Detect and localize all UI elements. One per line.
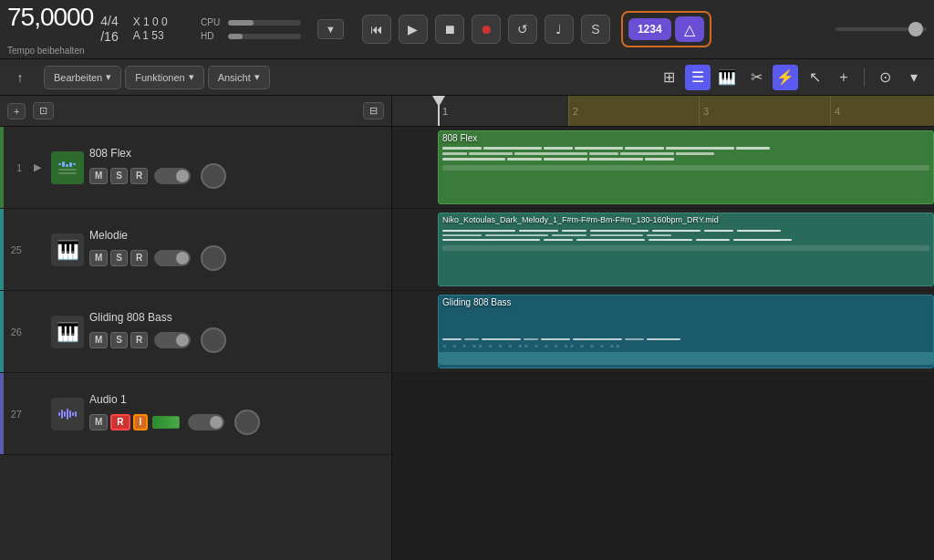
track-options-button[interactable]: ⊟ [363, 102, 384, 119]
record-button[interactable]: ⏺ [472, 15, 501, 44]
playhead-triangle [432, 96, 445, 107]
clip-bottom-bar [442, 165, 929, 171]
list-view-button[interactable]: ☰ [685, 65, 711, 90]
toolbar-separator [864, 68, 865, 87]
clip-label: Niko_Kotoulas_Dark_Melody_1_F#m-F#m-Bm-F… [439, 213, 933, 226]
hd-label: HD [201, 31, 223, 41]
svg-rect-7 [58, 412, 60, 416]
metronome-button[interactable]: ♩ [545, 15, 574, 44]
arrange-clip[interactable]: 808 Flex [438, 130, 934, 204]
track-number: 1 [0, 162, 29, 173]
view-menu-button[interactable]: Ansicht ▾ [208, 66, 270, 89]
track-expand-button[interactable]: ▶ [29, 161, 46, 173]
volume-knob[interactable] [201, 163, 226, 189]
hd-fill [228, 34, 243, 39]
track-toggle[interactable] [188, 414, 224, 430]
volume-knob[interactable] [908, 22, 923, 36]
track-toggle[interactable] [154, 250, 191, 266]
track-name: Gliding 808 Bass [89, 311, 391, 324]
record-arm-button[interactable]: R [130, 168, 148, 184]
mute-button[interactable]: M [89, 250, 108, 266]
track-icon: 🎹 [51, 233, 84, 266]
zoom-button[interactable]: ⊙ [872, 65, 898, 90]
svg-rect-5 [58, 169, 77, 171]
clip-label: 808 Flex [439, 131, 933, 145]
mute-button[interactable]: M [89, 332, 108, 348]
smart-icon-button[interactable]: △ [675, 16, 704, 42]
volume-knob[interactable] [234, 410, 260, 435]
ruler-mark-4: 4 [830, 96, 840, 126]
stop-button[interactable]: ⏹ [435, 15, 464, 44]
track-controls: M S R [89, 245, 391, 271]
track-icon [51, 151, 84, 184]
record-arm-button[interactable]: R [130, 332, 148, 348]
arrange-clip[interactable]: Niko_Kotoulas_Dark_Melody_1_F#m-F#m-Bm-F… [438, 213, 934, 286]
ruler-mark-2: 2 [568, 96, 578, 126]
pointer-button[interactable]: ↖ [802, 65, 827, 90]
arrange-track: Niko_Kotoulas_Dark_Melody_1_F#m-F#m-Bm-F… [392, 209, 934, 291]
smart-1234-button[interactable]: 1234 [628, 18, 671, 40]
mute-button[interactable]: M [89, 168, 108, 184]
functions-menu-button[interactable]: Funktionen ▾ [125, 66, 203, 89]
tempo-display[interactable]: 75,0000 [7, 3, 93, 32]
edit-chevron-icon: ▾ [106, 71, 111, 83]
clip-notes [439, 226, 933, 284]
track-toggle[interactable] [154, 168, 191, 184]
dropdown-section: ▼ [317, 19, 344, 39]
solo-button[interactable]: S [110, 168, 128, 184]
svg-rect-9 [64, 411, 66, 417]
toolbar-right: ⊞ ☰ 🎹 ✂ ⚡ ↖ + ⊙ ▾ [656, 65, 927, 90]
cpu-meter [228, 20, 301, 26]
svg-rect-6 [58, 172, 77, 174]
record-arm-button[interactable]: R [110, 414, 130, 430]
edit-label: Bearbeiten [54, 72, 102, 83]
cycle-button[interactable]: ↺ [508, 15, 537, 44]
edit-menu-button[interactable]: Bearbeiten ▾ [44, 66, 121, 89]
clip-content: × × × ×× × × × ×× × × × ×× × × × ×× [439, 309, 933, 365]
track-controls: M S R [89, 327, 391, 353]
ruler-mark-3: 3 [699, 96, 709, 126]
track-info: Gliding 808 Bass M S R [89, 311, 391, 353]
mute-button[interactable]: M [89, 414, 108, 430]
track-color-indicator [0, 127, 4, 208]
toggle-knob [210, 416, 223, 429]
solo-button[interactable]: S [110, 250, 128, 266]
svg-rect-8 [61, 410, 63, 419]
up-arrow-button[interactable]: ↑ [7, 65, 33, 90]
add-track-button[interactable]: + [7, 103, 26, 119]
more-button[interactable]: ▾ [901, 65, 927, 90]
duplicate-track-button[interactable]: ⊡ [33, 102, 54, 119]
toggle-knob [176, 170, 189, 182]
volume-knob[interactable] [201, 245, 226, 271]
track-row: 27 Audio 1 M R I [0, 373, 391, 455]
add-button[interactable]: + [831, 65, 856, 90]
sync-button[interactable]: S [581, 15, 610, 44]
tracks-container: 808 Flex [392, 127, 934, 560]
volume-slider[interactable] [835, 27, 927, 31]
arrange-track: 808 Flex [392, 127, 934, 209]
arrange-clip[interactable]: Gliding 808 Bass × × [438, 295, 934, 368]
input-monitor-button[interactable]: I [133, 414, 149, 430]
track-controls: M R I [89, 410, 391, 435]
track-icon [51, 398, 84, 430]
arrange-track [392, 373, 934, 455]
svg-rect-2 [66, 164, 68, 167]
view-chevron-icon: ▾ [254, 71, 260, 83]
rewind-button[interactable]: ⏮ [362, 15, 391, 44]
piano-roll-button[interactable]: 🎹 [714, 65, 740, 90]
track-toggle[interactable] [154, 332, 191, 348]
merge-button[interactable]: ⚡ [773, 65, 798, 90]
grid-view-button[interactable]: ⊞ [656, 65, 681, 90]
dropdown-button[interactable]: ▼ [317, 19, 344, 39]
play-button[interactable]: ▶ [399, 15, 428, 44]
volume-knob[interactable] [201, 327, 226, 353]
record-arm-button[interactable]: R [130, 250, 148, 266]
playhead [438, 96, 440, 126]
svg-rect-13 [75, 411, 77, 417]
solo-button[interactable]: S [110, 332, 128, 348]
arrange-track: Gliding 808 Bass × × [392, 291, 934, 373]
scissors-button[interactable]: ✂ [743, 65, 769, 90]
transport-controls: ⏮ ▶ ⏹ ⏺ ↺ ♩ S [362, 15, 610, 44]
cpu-section: CPU HD [201, 16, 310, 43]
track-info: Audio 1 M R I [89, 393, 391, 435]
